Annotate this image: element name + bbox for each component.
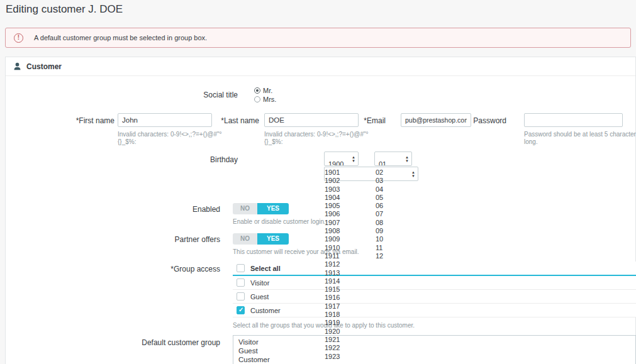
enabled-toggle[interactable]: NO YES: [233, 203, 289, 214]
page-title: Editing customer J. DOE: [6, 3, 123, 16]
partner-offers-toggle[interactable]: NO YES: [233, 233, 289, 245]
warning-icon: [14, 33, 23, 43]
year-option[interactable]: 1914: [325, 277, 340, 285]
enabled-label: Enabled: [126, 205, 220, 214]
toggle-yes[interactable]: YES: [257, 203, 289, 214]
month-option[interactable]: 06: [376, 202, 383, 210]
year-option[interactable]: 1904: [325, 194, 340, 202]
password-input[interactable]: [524, 113, 623, 127]
year-option[interactable]: 1916: [325, 294, 340, 302]
spinner-icon: [405, 155, 409, 163]
default-group-option[interactable]: Visitor: [233, 338, 635, 346]
birthday-year-value: 1900: [328, 160, 343, 166]
month-option[interactable]: 03: [376, 177, 383, 185]
month-option[interactable]: 10: [376, 235, 383, 243]
first-name-label: *First name: [20, 116, 114, 125]
year-option[interactable]: 1911: [325, 252, 340, 260]
year-option[interactable]: 1923: [325, 353, 340, 361]
year-option[interactable]: 1903: [325, 185, 340, 194]
radio-mrs[interactable]: Mrs.: [254, 95, 276, 103]
birthday-month-value: 01: [379, 160, 386, 166]
alert-message: A default customer group must be selecte…: [34, 34, 207, 41]
last-name-label: *Last name: [165, 116, 259, 125]
year-option[interactable]: 1908: [325, 227, 340, 235]
year-option[interactable]: 1920: [325, 328, 340, 336]
default-group-label: Default customer group: [126, 338, 220, 347]
group-checkbox[interactable]: [237, 306, 245, 314]
month-option[interactable]: 11: [376, 244, 383, 252]
group-access-label: *Group access: [126, 265, 220, 273]
year-option[interactable]: 1907: [325, 219, 340, 227]
month-option[interactable]: 12: [376, 252, 383, 260]
group-checkbox[interactable]: [237, 292, 245, 301]
birthday-year-select[interactable]: 1900: [324, 152, 359, 166]
default-group-option[interactable]: Guest: [233, 346, 635, 355]
toggle-no[interactable]: NO: [233, 203, 257, 214]
spinner-icon: [411, 170, 415, 178]
partner-offers-label: Partner offers: [126, 235, 220, 244]
group-row[interactable]: Customer: [233, 304, 636, 317]
social-title-label: Social title: [143, 91, 238, 99]
month-option[interactable]: 07: [376, 210, 383, 218]
password-help: Password should be at least 5 characters…: [524, 131, 636, 146]
year-option[interactable]: 1919: [325, 319, 340, 327]
month-option[interactable]: 04: [376, 185, 383, 194]
group-label: Guest: [250, 293, 269, 301]
month-option[interactable]: 09: [376, 227, 383, 235]
group-label: Visitor: [250, 279, 269, 287]
enabled-help: Enable or disable customer login.: [233, 218, 384, 226]
year-option[interactable]: 1917: [325, 302, 340, 311]
year-option[interactable]: 1918: [325, 311, 340, 319]
month-option[interactable]: 02: [376, 168, 383, 177]
year-option[interactable]: 1902: [325, 177, 340, 185]
birthday-month-options: 0203040506070809101112: [376, 168, 383, 260]
select-all-row[interactable]: Select all: [233, 262, 636, 276]
birthday-month-select[interactable]: 01: [374, 152, 412, 166]
group-access-table: Select all Visitor Guest Customer: [233, 262, 636, 317]
customer-panel: Customer: [5, 57, 636, 364]
year-option[interactable]: 1906: [325, 210, 340, 218]
month-option[interactable]: 08: [376, 219, 383, 227]
customer-icon: [13, 62, 21, 70]
select-all-checkbox[interactable]: [237, 264, 245, 272]
birthday-year-options: 1901190219031904190519061907190819091910…: [325, 168, 340, 361]
email-label: *Email: [291, 116, 386, 125]
password-label: Password: [412, 116, 506, 125]
social-title-radios: Mr. Mrs.: [254, 86, 276, 103]
year-option[interactable]: 1912: [325, 260, 340, 268]
group-access-help: Select all the groups that you would lik…: [233, 322, 484, 329]
group-row[interactable]: Visitor: [233, 276, 636, 290]
toggle-no[interactable]: NO: [233, 233, 257, 245]
year-option[interactable]: 1921: [325, 336, 340, 344]
year-option[interactable]: 1915: [325, 285, 340, 294]
default-group-select[interactable]: VisitorGuestCustomer: [233, 335, 636, 364]
toggle-yes[interactable]: YES: [257, 233, 289, 245]
year-option[interactable]: 1905: [325, 202, 340, 210]
radio-mr[interactable]: Mr.: [254, 86, 276, 94]
alert-warning: A default customer group must be selecte…: [5, 28, 631, 48]
birthday-label: Birthday: [143, 155, 238, 164]
last-name-help: Invalid characters: 0-9!<>,;?=+()@#"° {}…: [264, 131, 381, 146]
year-option[interactable]: 1922: [325, 344, 340, 352]
year-option[interactable]: 1909: [325, 235, 340, 243]
group-checkbox[interactable]: [237, 279, 245, 287]
radio-selected-icon: [254, 87, 260, 94]
default-group-option[interactable]: Customer: [233, 355, 635, 364]
select-all-label: Select all: [250, 265, 281, 272]
group-rows: Visitor Guest Customer: [233, 276, 636, 317]
radio-mr-label: Mr.: [263, 87, 272, 94]
panel-title: Customer: [26, 62, 62, 71]
group-row[interactable]: Guest: [233, 290, 636, 304]
year-option[interactable]: 1913: [325, 269, 340, 277]
customer-edit-screen: Editing customer J. DOE A default custom…: [0, 0, 636, 364]
year-option[interactable]: 1910: [325, 244, 340, 252]
spinner-icon: [352, 155, 355, 163]
radio-unselected-icon: [254, 96, 260, 102]
first-name-help: Invalid characters: 0-9!<>,;?=+()@#"° {}…: [118, 131, 234, 146]
radio-mrs-label: Mrs.: [263, 96, 276, 103]
year-option[interactable]: 1901: [325, 168, 340, 177]
group-label: Customer: [250, 307, 281, 314]
month-option[interactable]: 05: [376, 194, 383, 202]
partner-offers-help: This customer will receive your ads via …: [233, 248, 384, 256]
panel-header: Customer: [6, 57, 635, 76]
